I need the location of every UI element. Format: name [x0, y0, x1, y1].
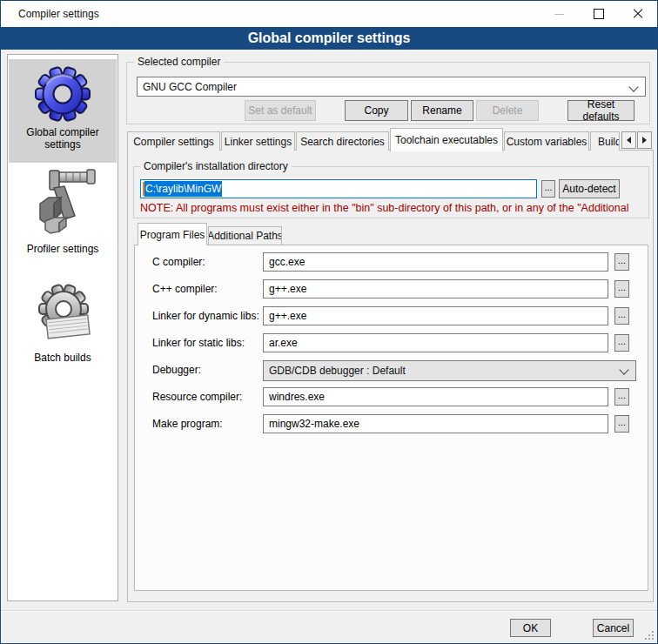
left-arrow-icon: [623, 137, 631, 144]
chevron-down-icon: [619, 365, 628, 374]
rename-button[interactable]: Rename: [411, 100, 473, 121]
debugger-row: Debugger: GDB/CDB debugger : Default: [135, 360, 648, 379]
browse-button[interactable]: ...: [614, 253, 629, 271]
selected-compiler-group-label: Selected compiler: [134, 56, 224, 68]
tab-build-truncated[interactable]: Build: [590, 131, 620, 151]
field-label: C++ compiler:: [152, 283, 218, 295]
title-bar[interactable]: Compiler settings: [1, 1, 657, 27]
static-linker-row: Linker for static libs: ...: [135, 333, 648, 352]
tab-scroll-right-button[interactable]: [637, 131, 652, 149]
c-compiler-row: C compiler: ...: [135, 252, 648, 272]
close-icon: [633, 9, 643, 19]
sidebar-item-label: Profiler settings: [9, 243, 117, 255]
subtab-additional-paths[interactable]: Additional Paths: [208, 226, 282, 245]
footer-divider-highlight: [1, 611, 657, 612]
field-label: Make program:: [152, 418, 223, 430]
minimize-icon: [554, 14, 564, 15]
field-label: C compiler:: [152, 256, 205, 268]
field-label: Resource compiler:: [152, 391, 242, 403]
field-label: Debugger:: [152, 364, 201, 376]
resize-grip-dots: [645, 631, 647, 633]
program-files-page: C compiler: ... C++ compiler: ... Linker…: [134, 245, 648, 591]
caliper-icon: [26, 165, 99, 238]
field-label: Linker for dynamic libs:: [152, 310, 259, 322]
cancel-button[interactable]: Cancel: [593, 619, 634, 637]
browse-button[interactable]: ...: [614, 415, 629, 433]
browse-button[interactable]: ...: [614, 388, 629, 406]
browse-button[interactable]: ...: [614, 334, 629, 352]
cpp-compiler-input[interactable]: [263, 279, 608, 299]
resize-grip[interactable]: [644, 630, 655, 641]
maximize-button[interactable]: [579, 1, 618, 27]
window-controls: [540, 1, 657, 27]
right-arrow-icon: [642, 137, 650, 144]
tab-scroll-left-button[interactable]: [621, 131, 636, 149]
tab-custom-variables[interactable]: Custom variables: [504, 131, 589, 151]
sidebar-item-profiler-settings[interactable]: Profiler settings: [9, 165, 117, 255]
sidebar-item-label: Batch builds: [9, 352, 117, 364]
browse-button[interactable]: ...: [614, 307, 629, 325]
static-linker-input[interactable]: [263, 333, 608, 352]
copy-button[interactable]: Copy: [345, 100, 408, 121]
delete-button[interactable]: Delete: [476, 100, 539, 121]
compiler-combobox-value: GNU GCC Compiler: [143, 81, 237, 93]
ok-button[interactable]: OK: [510, 619, 551, 637]
browse-button[interactable]: ...: [614, 280, 629, 298]
settings-category-list: Global compiler settings P: [7, 54, 118, 601]
dynamic-linker-input[interactable]: [263, 306, 608, 325]
blue-gear-icon: [32, 63, 93, 124]
installation-directory-group-label: Compiler's installation directory: [140, 160, 292, 172]
tab-compiler-settings[interactable]: Compiler settings: [127, 131, 220, 151]
sidebar-item-batch-builds[interactable]: Batch builds: [9, 281, 117, 364]
make-program-row: Make program: ...: [135, 414, 648, 433]
compiler-settings-dialog: Compiler settings Global compiler settin…: [0, 0, 658, 644]
tab-toolchain-executables[interactable]: Toolchain executables: [390, 128, 503, 151]
cpp-compiler-row: C++ compiler: ...: [135, 279, 648, 299]
gray-gear-stack-icon: [30, 281, 95, 345]
maximize-icon: [594, 9, 604, 19]
directory-selected-text: C:\raylib\MinGW: [144, 181, 222, 197]
set-as-default-button[interactable]: Set as default: [245, 100, 316, 121]
directory-browse-button[interactable]: ...: [541, 180, 555, 198]
c-compiler-input[interactable]: [263, 252, 608, 272]
debugger-select[interactable]: GDB/CDB debugger : Default: [263, 360, 636, 381]
field-label: Linker for static libs:: [152, 337, 245, 349]
reset-defaults-button[interactable]: Reset defaults: [567, 100, 634, 121]
subtab-program-files[interactable]: Program Files: [138, 223, 207, 245]
close-button[interactable]: [618, 1, 657, 27]
settings-tab-bar: Compiler settings Linker settings Search…: [127, 128, 652, 151]
page-title: Global compiler settings: [1, 27, 657, 50]
tab-linker-settings[interactable]: Linker settings: [221, 131, 295, 151]
compiler-combobox[interactable]: GNU GCC Compiler: [137, 77, 646, 97]
make-program-input[interactable]: [263, 414, 608, 433]
minimize-button[interactable]: [540, 1, 579, 27]
debugger-select-value: GDB/CDB debugger : Default: [269, 365, 406, 377]
tab-search-directories[interactable]: Search directories: [296, 131, 389, 151]
auto-detect-button[interactable]: Auto-detect: [559, 179, 620, 198]
dynamic-linker-row: Linker for dynamic libs: ...: [135, 306, 648, 325]
window-title: Compiler settings: [18, 1, 99, 27]
chevron-down-icon: [628, 82, 638, 91]
note-text: NOTE: All programs must exist either in …: [140, 202, 648, 215]
resource-compiler-input[interactable]: [263, 387, 608, 406]
resource-compiler-row: Resource compiler: ...: [135, 387, 648, 406]
sidebar-item-label: Global compiler settings: [9, 126, 117, 151]
installation-directory-input[interactable]: C:\raylib\MinGW: [140, 179, 537, 198]
sidebar-item-global-compiler-settings[interactable]: Global compiler settings: [9, 59, 117, 163]
